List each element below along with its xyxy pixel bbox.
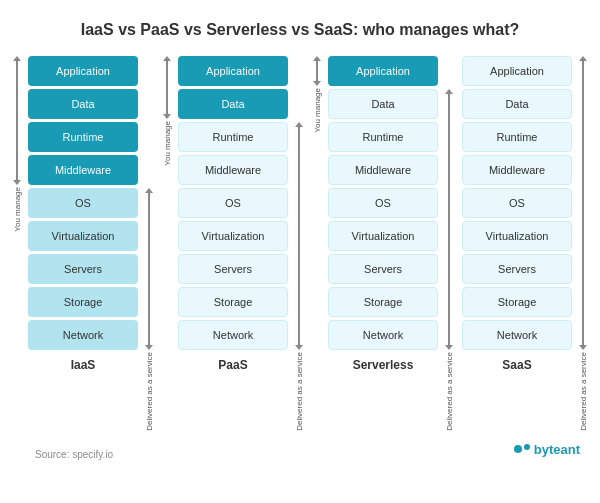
cell-serverless-2: Runtime <box>328 122 438 152</box>
column-label-paas: PaaS <box>178 358 288 372</box>
column-serverless: ApplicationDataRuntimeMiddlewareOSVirtua… <box>328 56 438 431</box>
cell-paas-4: OS <box>178 188 288 218</box>
you-manage-label-paas: You manage <box>163 121 172 166</box>
column-saas: ApplicationDataRuntimeMiddlewareOSVirtua… <box>462 56 572 431</box>
left-bracket-iaas: You manage <box>8 56 26 431</box>
right-bracket-serverless: Delivered as a service <box>440 56 458 431</box>
delivered-label-iaas: Delivered as a service <box>145 352 154 431</box>
cell-iaas-6: Servers <box>28 254 138 284</box>
cell-iaas-2: Runtime <box>28 122 138 152</box>
left-bracket-paas: You manage <box>158 56 176 431</box>
cell-serverless-0: Application <box>328 56 438 86</box>
column-wrapper-iaas: You manageApplicationDataRuntimeMiddlewa… <box>8 56 158 431</box>
cell-serverless-6: Servers <box>328 254 438 284</box>
column-label-saas: SaaS <box>462 358 572 372</box>
cell-paas-1: Data <box>178 89 288 119</box>
main-grid: You manageApplicationDataRuntimeMiddlewa… <box>10 56 590 431</box>
right-bracket-paas: Delivered as a service <box>290 56 308 431</box>
cell-iaas-4: OS <box>28 188 138 218</box>
cell-iaas-1: Data <box>28 89 138 119</box>
page-title: IaaS vs PaaS vs Serverless vs SaaS: who … <box>10 20 590 41</box>
column-wrapper-serverless: You manageApplicationDataRuntimeMiddlewa… <box>308 56 458 431</box>
right-bracket-iaas: Delivered as a service <box>140 56 158 431</box>
column-label-iaas: IaaS <box>28 358 138 372</box>
cell-saas-7: Storage <box>462 287 572 317</box>
footer: Source: specify.io byteant <box>10 439 590 460</box>
cell-paas-6: Servers <box>178 254 288 284</box>
cell-saas-2: Runtime <box>462 122 572 152</box>
cell-paas-2: Runtime <box>178 122 288 152</box>
cell-serverless-4: OS <box>328 188 438 218</box>
byteant-label: byteant <box>534 442 580 457</box>
source-text: Source: specify.io <box>20 449 113 460</box>
cell-serverless-5: Virtualization <box>328 221 438 251</box>
cell-serverless-3: Middleware <box>328 155 438 185</box>
column-wrapper-paas: You manageApplicationDataRuntimeMiddlewa… <box>158 56 308 431</box>
byteant-brand: byteant <box>514 442 580 457</box>
cell-saas-1: Data <box>462 89 572 119</box>
column-iaas: ApplicationDataRuntimeMiddlewareOSVirtua… <box>28 56 138 431</box>
cell-paas-5: Virtualization <box>178 221 288 251</box>
cell-iaas-0: Application <box>28 56 138 86</box>
cell-paas-3: Middleware <box>178 155 288 185</box>
column-label-serverless: Serverless <box>328 358 438 372</box>
cell-paas-7: Storage <box>178 287 288 317</box>
cell-saas-5: Virtualization <box>462 221 572 251</box>
cell-serverless-8: Network <box>328 320 438 350</box>
cell-saas-3: Middleware <box>462 155 572 185</box>
cell-paas-0: Application <box>178 56 288 86</box>
cell-iaas-8: Network <box>28 320 138 350</box>
you-manage-label-serverless: You manage <box>313 88 322 133</box>
cell-iaas-5: Virtualization <box>28 221 138 251</box>
cell-serverless-1: Data <box>328 89 438 119</box>
cell-saas-0: Application <box>462 56 572 86</box>
cell-paas-8: Network <box>178 320 288 350</box>
cell-iaas-3: Middleware <box>28 155 138 185</box>
cell-saas-4: OS <box>462 188 572 218</box>
byteant-logo <box>514 445 530 453</box>
you-manage-label-iaas: You manage <box>13 187 22 232</box>
delivered-label-paas: Delivered as a service <box>295 352 304 431</box>
delivered-label-saas: Delivered as a service <box>579 352 588 431</box>
column-wrapper-saas: ApplicationDataRuntimeMiddlewareOSVirtua… <box>458 56 592 431</box>
cell-iaas-7: Storage <box>28 287 138 317</box>
right-bracket-saas: Delivered as a service <box>574 56 592 431</box>
cell-saas-6: Servers <box>462 254 572 284</box>
left-bracket-serverless: You manage <box>308 56 326 431</box>
cell-serverless-7: Storage <box>328 287 438 317</box>
delivered-label-serverless: Delivered as a service <box>445 352 454 431</box>
column-paas: ApplicationDataRuntimeMiddlewareOSVirtua… <box>178 56 288 431</box>
cell-saas-8: Network <box>462 320 572 350</box>
